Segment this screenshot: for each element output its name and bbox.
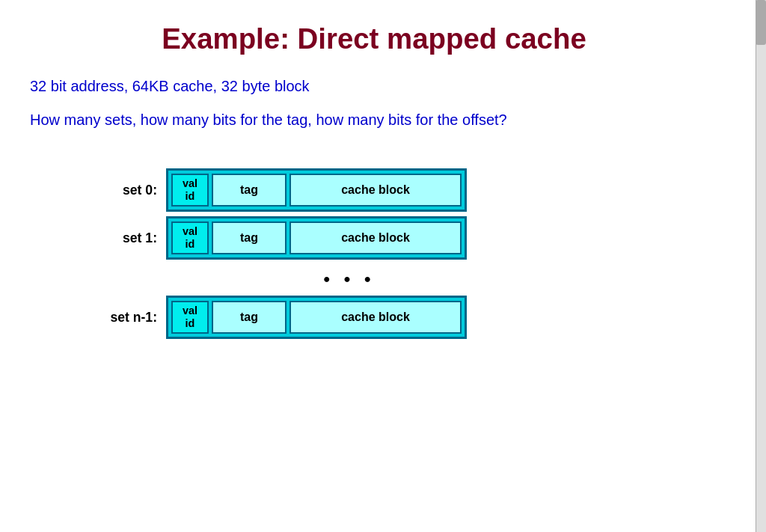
scrollbar[interactable]	[756, 0, 766, 532]
page-title: Example: Direct mapped cache	[30, 22, 718, 55]
cache-outer-0: val id tag cache block	[166, 168, 467, 212]
cell-tag-0: tag	[212, 174, 287, 207]
set-label-1: set 1:	[90, 230, 157, 246]
ellipsis: • • •	[166, 264, 533, 296]
set-row-1: set 1: val id tag cache block	[90, 216, 467, 260]
set-label-n1: set n-1:	[90, 310, 157, 325]
set-label-0: set 0:	[90, 183, 157, 198]
set-row-n1: set n-1: val id tag cache block	[90, 296, 467, 339]
cell-valid-0: val id	[171, 174, 209, 207]
cache-diagram: set 0: val id tag cache block set 1: val…	[90, 168, 718, 343]
set-row-0: set 0: val id tag cache block	[90, 168, 467, 212]
cell-valid-n1: val id	[171, 301, 209, 334]
subtitle-text: 32 bit address, 64KB cache, 32 byte bloc…	[30, 78, 718, 95]
cell-cache-1: cache block	[289, 221, 462, 254]
scrollbar-thumb[interactable]	[756, 0, 766, 45]
cache-outer-n1: val id tag cache block	[166, 296, 467, 339]
cell-valid-1: val id	[171, 221, 209, 254]
cache-outer-1: val id tag cache block	[166, 216, 467, 260]
cell-cache-n1: cache block	[289, 301, 462, 334]
cell-tag-n1: tag	[212, 301, 287, 334]
question-text: How many sets, how many bits for the tag…	[30, 108, 718, 131]
cell-cache-0: cache block	[289, 174, 462, 207]
cell-tag-1: tag	[212, 221, 287, 254]
